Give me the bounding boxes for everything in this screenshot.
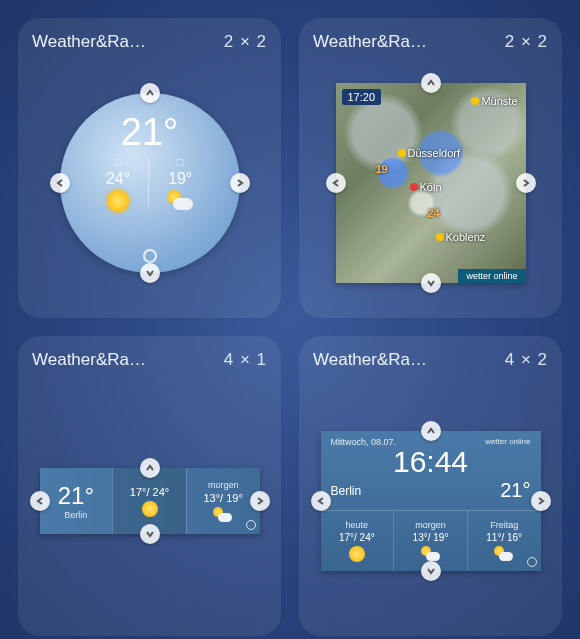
panel-city: Berlin: [331, 484, 362, 498]
widget-tile-map[interactable]: Weather&Ra… 2 × 2 17:20 Münste Düsseldor…: [299, 18, 562, 318]
weather-panel-widget[interactable]: Mittwoch, 08.07. wetter online 16:44 Ber…: [321, 431, 541, 571]
tomorrow-low: 19°: [168, 170, 192, 188]
panel-col-label: heute: [346, 520, 369, 530]
panel-current-temp: 21°: [500, 479, 530, 502]
widget-tile-bar[interactable]: Weather&Ra… 4 × 1 21° Berlin 17°/ 24° mo…: [18, 336, 281, 636]
gear-icon[interactable]: [246, 520, 256, 530]
bar-today-temps: 17°/ 24°: [130, 486, 169, 498]
radar-map-widget[interactable]: 17:20 Münste Düsseldorf 19 Köln 24 Koble…: [336, 83, 526, 283]
resize-handle-bottom[interactable]: [140, 524, 160, 544]
gear-icon[interactable]: [143, 249, 157, 263]
resize-handle-left[interactable]: [30, 491, 50, 511]
tile-title: Weather&Ra…: [313, 32, 427, 52]
resize-handle-bottom[interactable]: [421, 273, 441, 293]
today-high: 24°: [106, 170, 130, 188]
resize-handle-left[interactable]: [326, 173, 346, 193]
map-city-dusseldorf: Düsseldorf: [398, 147, 461, 159]
partly-cloudy-icon: [167, 190, 193, 210]
bar-tomorrow-temps: 13°/ 19°: [203, 492, 242, 504]
resize-handle-bottom[interactable]: [140, 263, 160, 283]
tomorrow-icon-label: ☐: [176, 158, 184, 168]
today-icon-label: ☐: [114, 158, 122, 168]
map-timestamp: 17:20: [342, 89, 382, 105]
resize-handle-right[interactable]: [250, 491, 270, 511]
tile-title: Weather&Ra…: [32, 350, 146, 370]
map-temp-2: 24: [428, 207, 440, 219]
resize-handle-bottom[interactable]: [421, 561, 441, 581]
panel-col-label: Freitag: [490, 520, 518, 530]
panel-col-temps: 17°/ 24°: [339, 532, 375, 543]
divider: [148, 158, 149, 208]
tile-size: 4 × 2: [505, 350, 548, 370]
tile-header: Weather&Ra… 4 × 2: [313, 350, 548, 370]
partly-cloudy-icon: [421, 546, 441, 562]
widget-tile-circle[interactable]: Weather&Ra… 2 × 2 21° ☐ 24° ☐: [18, 18, 281, 318]
widget-tile-panel[interactable]: Weather&Ra… 4 × 2 Mittwoch, 08.07. wette…: [299, 336, 562, 636]
resize-handle-top[interactable]: [421, 73, 441, 93]
current-temperature: 21°: [121, 111, 178, 154]
resize-handle-left[interactable]: [311, 491, 331, 511]
partly-cloudy-icon: [494, 546, 514, 562]
resize-handle-right[interactable]: [531, 491, 551, 511]
resize-handle-top[interactable]: [421, 421, 441, 441]
panel-time: 16:44: [331, 445, 531, 479]
tile-size: 4 × 1: [224, 350, 267, 370]
map-city-koblenz: Koblenz: [436, 231, 486, 243]
bar-current-temp: 21°: [58, 482, 94, 510]
bar-city: Berlin: [64, 510, 87, 520]
weather-circle-widget[interactable]: 21° ☐ 24° ☐ 19°: [60, 93, 240, 273]
sun-icon: [107, 190, 129, 212]
map-city-munster: Münste: [471, 95, 517, 107]
map-city-koln: Köln: [410, 181, 442, 193]
resize-handle-right[interactable]: [516, 173, 536, 193]
tile-header: Weather&Ra… 2 × 2: [32, 32, 267, 52]
tile-size: 2 × 2: [505, 32, 548, 52]
partly-cloudy-icon: [213, 507, 233, 523]
panel-col-temps: 13°/ 19°: [413, 532, 449, 543]
resize-handle-right[interactable]: [230, 173, 250, 193]
tile-size: 2 × 2: [224, 32, 267, 52]
tile-header: Weather&Ra… 2 × 2: [313, 32, 548, 52]
tile-header: Weather&Ra… 4 × 1: [32, 350, 267, 370]
gear-icon[interactable]: [527, 557, 537, 567]
resize-handle-left[interactable]: [50, 173, 70, 193]
map-temp-1: 19: [376, 163, 388, 175]
bar-tomorrow-label: morgen: [208, 480, 239, 490]
sun-icon: [142, 501, 158, 517]
map-brand: wetter online: [458, 269, 525, 283]
panel-brand: wetter online: [485, 437, 530, 446]
resize-handle-top[interactable]: [140, 83, 160, 103]
sun-icon: [349, 546, 365, 562]
panel-col-temps: 11°/ 16°: [486, 532, 522, 543]
tile-title: Weather&Ra…: [32, 32, 146, 52]
resize-handle-top[interactable]: [140, 458, 160, 478]
panel-col-label: morgen: [415, 520, 446, 530]
tile-title: Weather&Ra…: [313, 350, 427, 370]
